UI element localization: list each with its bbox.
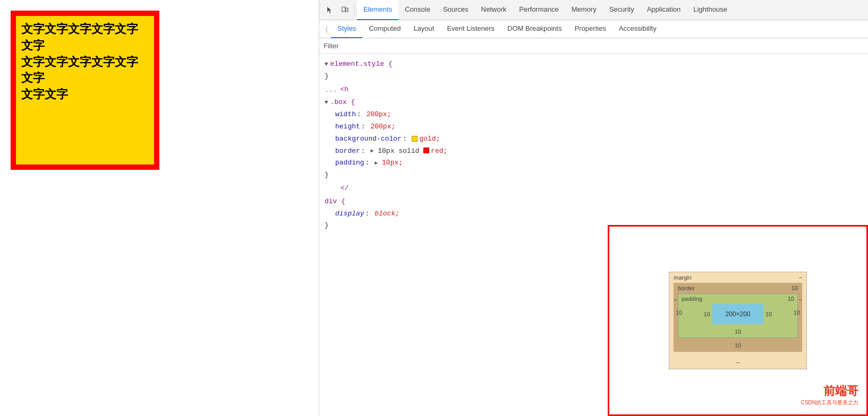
border-box: border 10 padding 10 10: [674, 283, 802, 352]
css-close-brace: }: [319, 71, 868, 83]
div-selector-text: div {: [325, 196, 345, 207]
css-value-width: 200px;: [362, 109, 392, 120]
css-value-padding: 10px;: [378, 158, 403, 169]
html-tag: <h: [340, 84, 348, 96]
cursor-icon[interactable]: [322, 3, 337, 18]
css-selector-line: ▼ element.style {: [319, 58, 868, 71]
filter-label: Filter: [324, 42, 339, 50]
box-rule: ▼ .box { width : 200px; height : 200px;: [319, 96, 868, 183]
devtools-top-tabs: Elements Console Sources Network Perform…: [319, 0, 868, 20]
color-swatch-red[interactable]: [423, 148, 429, 153]
box-bgcolor-line: background-color : gold;: [319, 133, 868, 145]
margin-box: margin − border 10 padding: [669, 272, 807, 369]
watermark-text: 前端哥: [801, 383, 858, 399]
devtools-second-tabs: 〈 Styles Computed Layout Event Listeners…: [319, 20, 868, 38]
html-tag-2: </: [341, 183, 349, 194]
css-value-border-color: red;: [431, 146, 447, 157]
css-value-display: block;: [370, 209, 399, 220]
device-icon[interactable]: [337, 3, 352, 18]
border-top-row: border 10: [674, 283, 802, 291]
tab-security[interactable]: Security: [603, 0, 641, 20]
tab-performance[interactable]: Performance: [513, 0, 565, 20]
border-value-bottom: 10: [735, 342, 741, 349]
margin-top-row: margin −: [669, 272, 806, 281]
content-box: 200×200: [712, 304, 763, 324]
css-prop-display: display: [335, 209, 364, 220]
border-bottom-row: 10: [674, 339, 802, 352]
box-padding-line: padding : ▶ 10px;: [319, 157, 868, 169]
box-border-line: border : ▶ 10px solid red;: [319, 145, 868, 158]
css-value-bgcolor: gold;: [419, 134, 440, 145]
tab-application[interactable]: Application: [641, 0, 687, 20]
box-width-line: width : 200px;: [319, 109, 868, 121]
margin-bottom-row: −: [669, 356, 806, 369]
css-prop-bgcolor: background-color: [335, 134, 402, 145]
css-prop-border: border: [335, 146, 360, 157]
html-tag-line: ... <h: [319, 84, 868, 96]
box-close-line: }: [319, 169, 868, 181]
tab-dom-breakpoints[interactable]: DOM Breakpoints: [501, 20, 568, 38]
right-padding-val: 10: [765, 311, 772, 317]
ellipsis: ...: [325, 84, 337, 96]
html-tag-line-2: </: [319, 183, 868, 195]
padding-label: padding: [682, 296, 702, 302]
svg-rect-0: [342, 7, 345, 12]
css-value-border-size: 10px solid: [373, 146, 423, 157]
tab-elements[interactable]: Elements: [357, 0, 398, 20]
css-selector-text: element.style {: [330, 59, 393, 70]
tab-layout[interactable]: Layout: [407, 20, 440, 38]
padding-value-bottom: 10: [735, 328, 741, 335]
box-model-diagram: margin − border 10 padding: [669, 272, 807, 369]
border-value-top: 10: [792, 285, 798, 291]
css-prop-padding: padding: [335, 158, 364, 169]
padding-value-top: 10: [788, 296, 794, 302]
tab-styles[interactable]: Styles: [331, 20, 362, 38]
element-style-rule: ▼ element.style { }: [319, 57, 868, 84]
tab-memory[interactable]: Memory: [565, 0, 603, 20]
margin-dash-bottom: −: [736, 359, 739, 366]
margin-label: margin: [674, 274, 692, 281]
css-prop-height: height: [335, 122, 360, 133]
div-display-line: display : block;: [319, 208, 868, 220]
tab-properties[interactable]: Properties: [568, 20, 612, 38]
box-height-line: height : 200px;: [319, 121, 868, 133]
tab-lighthouse[interactable]: Lighthouse: [687, 0, 734, 20]
tab-network[interactable]: Network: [475, 0, 513, 20]
div-selector-line: div {: [319, 196, 868, 208]
box-selector-line: ▼ .box {: [319, 97, 868, 109]
tab-computed[interactable]: Computed: [362, 20, 407, 38]
filter-input[interactable]: [342, 42, 864, 50]
svg-rect-1: [346, 8, 348, 12]
tab-accessibility[interactable]: Accessibility: [612, 20, 663, 38]
padding-top-row: padding 10: [678, 294, 797, 302]
border-label: border: [678, 285, 695, 291]
chevron-left-icon[interactable]: 〈: [322, 25, 331, 33]
css-value-height: 200px;: [367, 122, 396, 133]
color-swatch-gold[interactable]: [412, 136, 418, 142]
devtools-panel: Elements Console Sources Network Perform…: [319, 0, 868, 416]
tab-event-listeners[interactable]: Event Listeners: [440, 20, 501, 38]
left-border-val: 10: [704, 311, 710, 317]
padding-bottom-row: 10: [678, 326, 797, 337]
watermark-area: 前端哥 CSDN的工具与爱美之力: [801, 383, 858, 406]
preview-area: 文字文字文字文字文字文字 文字文字文字文字文字文字 文字文字: [0, 0, 319, 416]
watermark-subtext: CSDN的工具与爱美之力: [801, 399, 858, 406]
tab-sources[interactable]: Sources: [437, 0, 475, 20]
filter-bar: Filter: [319, 38, 868, 54]
box-selector-text: .box {: [330, 97, 355, 108]
demo-box: 文字文字文字文字文字文字 文字文字文字文字文字文字 文字文字: [11, 11, 159, 170]
padding-box: padding 10 10 200×200 10: [678, 293, 798, 338]
content-row: 10 200×200 10: [678, 302, 797, 326]
margin-dash-top: −: [799, 274, 802, 281]
content-size: 200×200: [725, 310, 750, 318]
tab-divider: [354, 5, 355, 15]
css-prop-width: width: [335, 109, 356, 120]
tab-console[interactable]: Console: [398, 0, 437, 20]
